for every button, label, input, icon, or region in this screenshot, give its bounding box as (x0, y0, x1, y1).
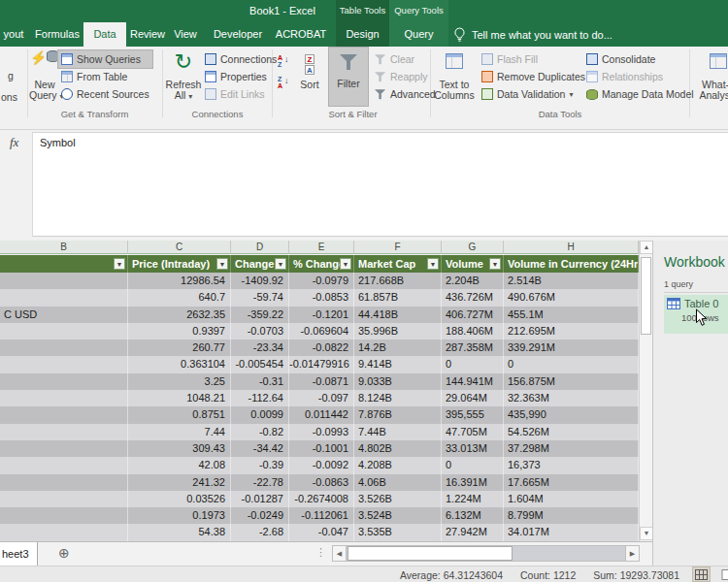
tab-review[interactable]: Review (128, 22, 167, 47)
vertical-scrollbar-thumb[interactable] (641, 257, 651, 335)
remove-duplicates-button[interactable]: Remove Duplicates (479, 68, 588, 85)
recent-sources-button[interactable]: Recent Sources (58, 85, 152, 103)
horizontal-scrollbar-thumb[interactable] (347, 546, 513, 561)
table-cell[interactable]: -0.112061 (289, 507, 354, 524)
filter-dropdown-icon[interactable]: ▼ (489, 258, 501, 270)
table-cell[interactable] (0, 340, 128, 356)
table-cell[interactable]: 61.857B (354, 289, 442, 306)
table-cell[interactable]: 339.291M (504, 340, 639, 356)
table-cell[interactable]: 144.941M (442, 373, 504, 390)
table-cell[interactable]: 9.414B (354, 356, 442, 372)
table-header-cell[interactable]: % Change▼ (289, 255, 354, 273)
horizontal-scrollbar[interactable]: ◀ ▶ (332, 545, 640, 562)
table-cell[interactable]: 0.011442 (289, 406, 354, 423)
tab-acrobat[interactable]: ACROBAT (274, 22, 328, 47)
table-cell[interactable]: 54.526M (504, 424, 639, 440)
table-cell[interactable] (0, 474, 128, 491)
filter-dropdown-icon[interactable]: ▼ (216, 258, 228, 270)
table-cell[interactable]: 640.7 (128, 289, 231, 306)
tab-page-layout-clipped[interactable]: yout (0, 22, 27, 47)
table-cell[interactable]: 7.44 (128, 424, 231, 440)
tab-design[interactable]: Design (336, 22, 389, 47)
consolidate-button[interactable]: Consolidate (583, 50, 697, 68)
what-if-analysis-button[interactable]: What-If Analysis (693, 48, 728, 101)
table-cell[interactable]: 7.876B (354, 406, 442, 423)
table-cell[interactable]: 4.208B (354, 457, 442, 473)
table-cell[interactable]: 3.535B (354, 524, 442, 540)
advanced-filter-button[interactable]: Advanced (372, 85, 439, 103)
data-validation-button[interactable]: Data Validation▾ (479, 85, 588, 103)
table-cell[interactable]: 14.2B (354, 340, 442, 356)
table-header-cell[interactable]: Volume▼ (442, 255, 504, 273)
table-header-cell[interactable]: ▼ (0, 255, 128, 273)
table-cell[interactable]: 7.44B (354, 424, 442, 440)
table-cell[interactable]: 17.665M (504, 474, 639, 491)
table-cell[interactable]: 42.08 (128, 457, 231, 473)
properties-button[interactable]: Properties (202, 68, 280, 85)
column-header-C[interactable]: C (128, 241, 231, 254)
page-layout-view-icon[interactable] (719, 567, 728, 581)
table-cell[interactable]: 2632.35 (128, 307, 231, 323)
table-cell[interactable]: 54.38 (128, 524, 231, 540)
table-cell[interactable]: -0.0853 (289, 289, 354, 306)
table-cell[interactable]: -0.31 (231, 373, 289, 390)
table-cell[interactable]: 6.132M (442, 507, 504, 524)
table-cell[interactable]: 35.996B (354, 323, 442, 340)
table-cell[interactable]: -0.01479916 (289, 356, 354, 372)
table-cell[interactable] (0, 373, 128, 390)
table-cell[interactable] (0, 524, 128, 540)
table-header-cell[interactable]: Price (Intraday)▼ (128, 255, 231, 273)
table-cell[interactable]: 47.705M (442, 424, 504, 440)
table-cell[interactable]: -0.0249 (231, 507, 289, 524)
table-cell[interactable]: 44.418B (354, 307, 442, 323)
sort-button[interactable]: ZA Sort (294, 48, 325, 90)
table-cell[interactable]: 260.77 (128, 340, 231, 356)
tell-me-box[interactable]: Tell me what you want to do... (453, 22, 612, 47)
table-cell[interactable]: 0.0099 (231, 406, 289, 423)
table-cell[interactable]: -0.069604 (289, 323, 354, 340)
fx-icon[interactable]: fx (0, 132, 32, 150)
table-cell[interactable]: 16.391M (442, 474, 504, 491)
table-cell[interactable]: 455.1M (504, 307, 639, 323)
table-cell[interactable]: 8.124B (354, 390, 442, 406)
table-cell[interactable]: 34.017M (504, 524, 639, 540)
table-cell[interactable]: -0.0871 (289, 373, 354, 390)
tab-view[interactable]: View (168, 22, 203, 47)
table-cell[interactable]: 490.676M (504, 289, 639, 306)
sort-az-button[interactable]: AZ↓ (278, 54, 289, 68)
table-cell[interactable]: -359.22 (231, 307, 289, 323)
table-cell[interactable]: 0 (442, 356, 504, 372)
connections-button[interactable]: Connections (202, 50, 280, 68)
table-cell[interactable]: 156.875M (504, 373, 639, 390)
table-cell[interactable]: -0.0822 (289, 340, 354, 356)
table-cell[interactable]: 241.32 (128, 474, 231, 491)
table-cell[interactable]: -0.005454 (231, 356, 289, 372)
tab-query[interactable]: Query (389, 22, 448, 47)
table-cell[interactable]: -0.82 (231, 424, 289, 440)
tab-formulas[interactable]: Formulas (33, 22, 82, 47)
table-cell[interactable]: -2.68 (231, 524, 289, 540)
table-cell[interactable]: 12986.54 (128, 273, 231, 289)
table-cell[interactable]: -112.64 (231, 390, 289, 406)
scroll-right-icon[interactable]: ▶ (625, 546, 639, 561)
table-cell[interactable]: 0.363104 (128, 356, 231, 372)
column-header-F[interactable]: F (354, 241, 442, 254)
table-cell[interactable]: 2.204B (442, 273, 504, 289)
table-cell[interactable]: -23.34 (231, 340, 289, 356)
table-cell[interactable]: 0.1973 (128, 507, 231, 524)
column-header-D[interactable]: D (231, 241, 289, 254)
tab-developer[interactable]: Developer (210, 22, 266, 47)
table-cell[interactable]: 32.363M (504, 390, 639, 406)
table-cell[interactable]: 0.8751 (128, 406, 231, 423)
table-header-cell[interactable]: Volume in Currency (24Hr) (504, 255, 639, 273)
column-header-G[interactable]: G (442, 241, 504, 254)
show-queries-button[interactable]: Show Queries (58, 50, 152, 68)
table-cell[interactable] (0, 273, 128, 289)
table-cell[interactable]: 406.727M (442, 307, 504, 323)
formula-bar-input[interactable]: Symbol (33, 132, 728, 237)
refresh-all-button[interactable]: ↻ Refresh All ▾ (165, 48, 202, 102)
table-cell[interactable]: 1.224M (442, 491, 504, 507)
table-cell[interactable]: -0.39 (231, 457, 289, 473)
sort-za-button[interactable]: ZA↓ (278, 76, 289, 89)
table-cell[interactable]: -0.097 (289, 390, 354, 406)
